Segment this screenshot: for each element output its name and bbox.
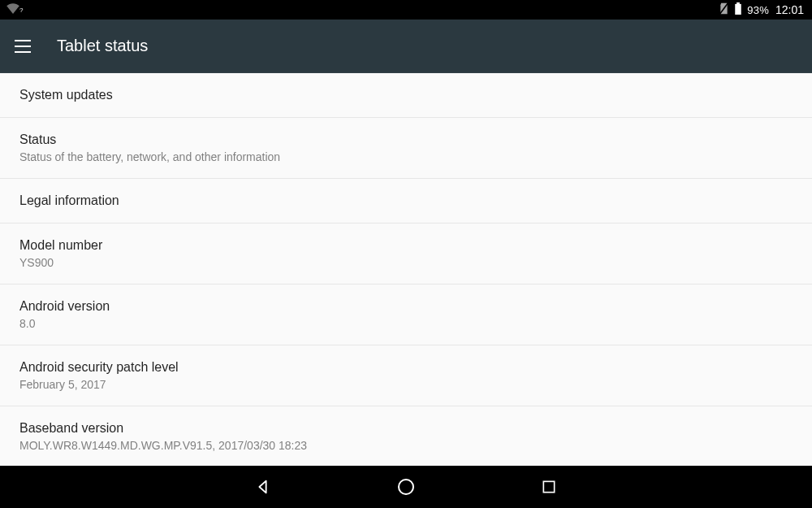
row-title: Android version: [19, 299, 793, 314]
settings-list: System updates Status Status of the batt…: [0, 73, 812, 466]
row-subtitle: MOLY.WR8.W1449.MD.WG.MP.V91.5, 2017/03/3…: [19, 439, 793, 452]
row-title: Legal information: [19, 193, 793, 208]
row-android-version[interactable]: Android version 8.0: [0, 284, 812, 345]
row-subtitle: Status of the battery, network, and othe…: [19, 150, 793, 163]
svg-point-3: [399, 480, 413, 494]
no-sim-icon: [719, 2, 729, 17]
battery-icon: [734, 2, 742, 17]
row-legal-information[interactable]: Legal information: [0, 179, 812, 224]
row-model-number[interactable]: Model number YS900: [0, 224, 812, 284]
row-title: Baseband version: [19, 421, 793, 436]
status-bar: ? 93% 12:01: [0, 0, 812, 20]
row-status[interactable]: Status Status of the battery, network, a…: [0, 118, 812, 179]
battery-percentage: 93%: [747, 4, 769, 16]
clock: 12:01: [775, 3, 804, 16]
wifi-unknown-label: ?: [19, 7, 23, 14]
back-button[interactable]: [253, 476, 274, 497]
row-security-patch[interactable]: Android security patch level February 5,…: [0, 345, 812, 406]
menu-icon[interactable]: [15, 40, 31, 53]
svg-rect-2: [736, 4, 742, 15]
recents-button[interactable]: [538, 476, 559, 497]
row-title: Status: [19, 132, 793, 147]
row-subtitle: 8.0: [19, 317, 793, 330]
wifi-weak-icon: [6, 3, 19, 16]
row-baseband-version[interactable]: Baseband version MOLY.WR8.W1449.MD.WG.MP…: [0, 406, 812, 457]
svg-rect-1: [736, 2, 740, 4]
page-title: Tablet status: [57, 37, 148, 55]
row-subtitle: February 5, 2017: [19, 378, 793, 391]
row-title: Android security patch level: [19, 360, 793, 375]
row-title: Model number: [19, 238, 793, 253]
row-subtitle: YS900: [19, 256, 793, 269]
action-bar: Tablet status: [0, 20, 812, 73]
navigation-bar: [0, 466, 812, 508]
home-button[interactable]: [395, 476, 417, 497]
row-system-updates[interactable]: System updates: [0, 73, 812, 118]
row-title: System updates: [19, 88, 793, 102]
svg-rect-4: [543, 481, 554, 492]
